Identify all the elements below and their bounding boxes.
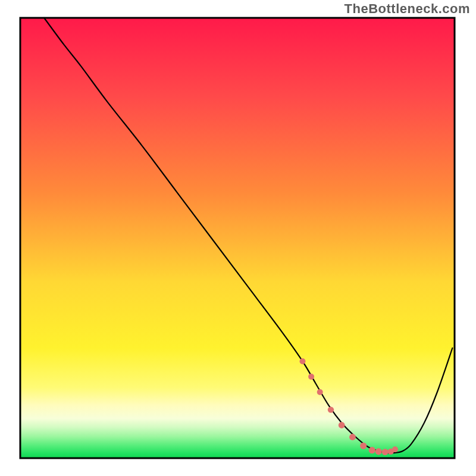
trough-marker-dot bbox=[308, 374, 314, 380]
watermark-label: TheBottleneck.com bbox=[345, 1, 470, 17]
trough-marker-dot bbox=[382, 449, 389, 455]
trough-marker-dot bbox=[375, 448, 382, 455]
trough-marker-dot bbox=[349, 434, 356, 440]
gradient-background bbox=[20, 18, 455, 458]
trough-marker-dot bbox=[392, 446, 398, 452]
trough-marker-dot bbox=[317, 389, 323, 395]
trough-marker-dot bbox=[328, 406, 334, 412]
trough-marker-dot bbox=[300, 358, 306, 364]
trough-marker-dot bbox=[360, 443, 367, 449]
chart-root: TheBottleneck.com bbox=[0, 0, 476, 476]
trough-marker-dot bbox=[369, 447, 375, 453]
bottleneck-chart bbox=[0, 0, 476, 476]
trough-marker-dot bbox=[339, 422, 345, 428]
